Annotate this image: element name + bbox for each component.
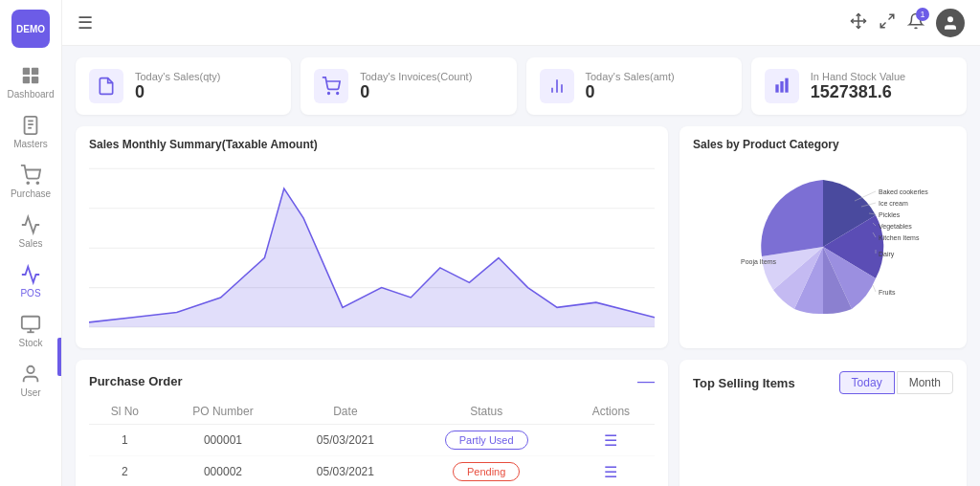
sales-icon xyxy=(20,214,41,235)
masters-icon xyxy=(20,115,41,136)
sidebar-item-purchase[interactable]: Purchase xyxy=(0,157,61,207)
svg-rect-0 xyxy=(23,68,30,75)
content-area: Today's Sales(qty) 0 Today's Invoices(Co… xyxy=(62,46,980,486)
svg-point-20 xyxy=(337,93,339,95)
svg-rect-10 xyxy=(22,317,39,329)
svg-point-8 xyxy=(27,182,29,184)
svg-rect-25 xyxy=(780,81,783,93)
svg-text:Pickles: Pickles xyxy=(879,211,901,218)
cell-action-2: ☰ xyxy=(568,456,655,486)
svg-point-19 xyxy=(328,93,330,95)
cell-status-2: Pending xyxy=(406,456,568,486)
sidebar: DEMO Dashboard Masters Purchase Sales PO… xyxy=(0,0,62,486)
svg-rect-2 xyxy=(23,77,30,83)
svg-line-16 xyxy=(889,14,894,19)
tab-group: Today Month xyxy=(839,371,953,394)
cell-sl-1: 1 xyxy=(89,425,161,456)
stat-info-invoices: Today's Invoices(Count) 0 xyxy=(360,71,472,102)
svg-text:Vegetables: Vegetables xyxy=(879,223,912,231)
svg-text:Pooja Items: Pooja Items xyxy=(741,258,776,266)
col-sl-no: Sl No xyxy=(89,399,161,425)
cell-sl-2: 2 xyxy=(89,456,161,486)
table-row: 1 000001 05/03/2021 Partly Used ☰ xyxy=(89,425,655,456)
sales-chart-section: Sales Monthly Summary(Taxable Amount) xyxy=(76,126,668,348)
hamburger-icon[interactable]: ☰ xyxy=(78,12,93,33)
tab-today[interactable]: Today xyxy=(839,371,895,394)
purchase-order-table: Sl No PO Number Date Status Actions 1 00… xyxy=(89,399,655,485)
svg-line-17 xyxy=(880,22,885,27)
action-icon-2[interactable]: ☰ xyxy=(604,464,617,480)
cell-date-1: 05/03/2021 xyxy=(285,425,405,456)
cell-action-1: ☰ xyxy=(568,425,655,456)
top-selling-title: Top Selling Items xyxy=(693,376,795,390)
col-date: Date xyxy=(285,399,405,425)
pie-chart-area: Baked cookerles Ice cream Pickles Vegeta… xyxy=(693,157,953,337)
svg-text:Ice cream: Ice cream xyxy=(879,200,908,207)
sidebar-item-user[interactable]: User xyxy=(0,356,61,406)
action-icon-1[interactable]: ☰ xyxy=(604,432,617,449)
sidebar-item-stock[interactable]: Stock xyxy=(0,306,61,356)
cell-po-2: 000002 xyxy=(161,456,286,486)
stat-card-stock-value: In Hand Stock Value 1527381.6 xyxy=(751,57,967,115)
col-po-number: PO Number xyxy=(161,399,286,425)
main-content: ☰ 1 Today xyxy=(62,0,980,486)
purchase-order-title: Purchase Order xyxy=(89,374,183,388)
svg-text:Kitchen Items: Kitchen Items xyxy=(879,234,920,241)
svg-point-9 xyxy=(36,182,38,184)
purchase-icon xyxy=(20,165,41,186)
notification-icon[interactable]: 1 xyxy=(907,12,924,33)
svg-text:Dairy: Dairy xyxy=(879,251,895,258)
svg-rect-1 xyxy=(32,68,38,75)
cell-status-1: Partly Used xyxy=(406,425,568,456)
svg-line-46 xyxy=(873,285,876,292)
dashboard-icon xyxy=(20,65,41,86)
sidebar-item-dashboard[interactable]: Dashboard xyxy=(0,57,61,107)
sidebar-item-pos[interactable]: POS xyxy=(0,256,61,306)
user-icon xyxy=(20,364,41,385)
sidebar-item-masters[interactable]: Masters xyxy=(0,107,61,157)
status-partly-used[interactable]: Partly Used xyxy=(445,431,528,450)
status-pending[interactable]: Pending xyxy=(453,462,520,481)
svg-text:Fruits: Fruits xyxy=(879,289,896,296)
pie-chart-title: Sales by Product Category xyxy=(693,138,953,151)
header-left: ☰ xyxy=(78,12,93,33)
tab-month[interactable]: Month xyxy=(897,371,953,394)
move-icon[interactable] xyxy=(850,12,867,33)
table-row: 2 000002 05/03/2021 Pending ☰ xyxy=(89,456,655,486)
fullscreen-icon[interactable] xyxy=(879,12,896,33)
pie-chart-svg: Baked cookerles Ice cream Pickles Vegeta… xyxy=(693,161,953,333)
pos-icon xyxy=(20,264,41,285)
svg-text:Baked cookerles: Baked cookerles xyxy=(879,188,928,195)
stock-value-icon-box xyxy=(765,69,799,103)
cell-date-2: 05/03/2021 xyxy=(285,456,405,486)
svg-point-18 xyxy=(947,16,953,22)
cell-po-1: 000001 xyxy=(161,425,286,456)
stats-row: Today's Sales(qty) 0 Today's Invoices(Co… xyxy=(76,57,967,115)
sales-qty-icon-box xyxy=(89,69,123,103)
svg-rect-3 xyxy=(32,77,38,83)
table-wrapper[interactable]: Sl No PO Number Date Status Actions 1 00… xyxy=(89,399,655,485)
top-selling-header: Top Selling Items Today Month xyxy=(693,371,953,394)
stat-card-sales-amt: Today's Sales(amt) 0 xyxy=(526,57,742,115)
invoices-icon-box xyxy=(314,69,348,103)
stat-info-stock-value: In Hand Stock Value 1527381.6 xyxy=(811,71,905,102)
stat-info-sales-qty: Today's Sales(qty) 0 xyxy=(135,71,221,102)
section-header: Purchase Order — xyxy=(89,371,655,391)
logo: DEMO xyxy=(11,10,50,48)
table-action-icon[interactable]: — xyxy=(637,371,655,391)
header-right: 1 xyxy=(850,9,965,37)
area-chart-svg xyxy=(89,159,655,337)
svg-point-13 xyxy=(27,366,33,373)
purchase-order-section: Purchase Order — Sl No PO Number Date St… xyxy=(76,360,668,486)
avatar[interactable] xyxy=(936,9,965,37)
stat-card-invoices: Today's Invoices(Count) 0 xyxy=(301,57,516,115)
sidebar-item-sales[interactable]: Sales xyxy=(0,207,61,256)
top-selling-section: Top Selling Items Today Month xyxy=(679,360,967,486)
svg-rect-26 xyxy=(785,78,788,93)
svg-rect-24 xyxy=(775,84,778,92)
col-status: Status xyxy=(406,399,568,425)
notification-badge: 1 xyxy=(916,8,929,21)
col-actions: Actions xyxy=(568,399,655,425)
sales-amt-icon-box xyxy=(540,69,574,103)
pie-chart-section: Sales by Product Category xyxy=(679,126,967,348)
